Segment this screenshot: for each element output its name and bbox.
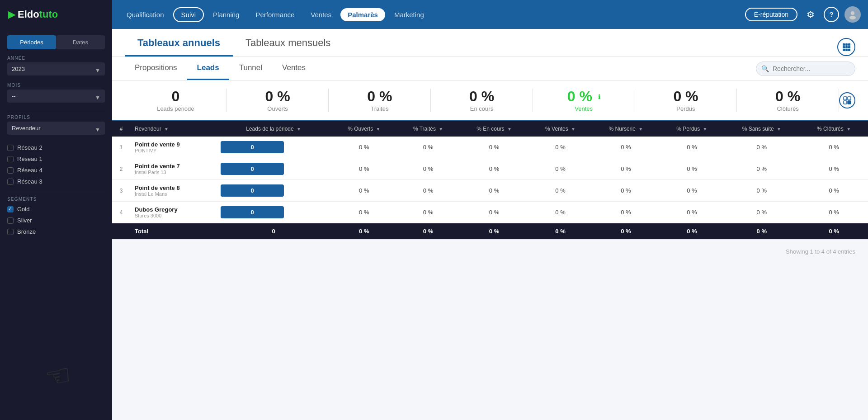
leads-bar: 0 [221, 163, 284, 175]
network-item-reseau3[interactable]: Réseau 3 [7, 176, 105, 187]
leads-table: # Revendeur ▼ Leads de la période ▼ % Ou… [112, 121, 868, 240]
reseau2-checkbox[interactable] [7, 145, 14, 151]
leads-bar: 0 [221, 141, 284, 153]
bronze-checkbox[interactable] [7, 229, 14, 235]
period-dates-toggle: Périodes Dates [7, 35, 105, 49]
logo-tuto: tuto [39, 9, 58, 20]
nav-items: Qualification Suivi Planning Performance… [112, 7, 745, 22]
total-pct-sans-suite: 0 % [723, 223, 800, 240]
col-pct-en-cours[interactable]: % En cours ▼ [459, 121, 529, 137]
reseau4-checkbox[interactable] [7, 167, 14, 174]
year-select[interactable]: 2023 [7, 62, 105, 76]
nav-item-suivi[interactable]: Suivi [173, 7, 204, 22]
svg-rect-5 [843, 46, 845, 48]
seller-sub: Instal Le Mans [135, 191, 212, 197]
segment-item-bronze[interactable]: Bronze [7, 226, 105, 237]
profile-select[interactable]: Revendeur [7, 122, 105, 135]
reseau1-label: Réseau 1 [17, 156, 42, 162]
nav-item-palmares[interactable]: Palmarès [340, 8, 385, 21]
row-pct-nurserie: 0 % [592, 158, 660, 180]
reseau3-checkbox[interactable] [7, 179, 14, 185]
main-content: Tableaux annuels Tableaux mensuels Propo… [112, 29, 868, 420]
stat-ventes-info-icon: ℹ [598, 94, 600, 100]
profile-select-wrap: Revendeur ▼ [7, 122, 105, 137]
bronze-label: Bronze [17, 228, 36, 235]
stat-clotures-value: 0 % [741, 89, 834, 104]
col-pct-ventes[interactable]: % Ventes ▼ [529, 121, 591, 137]
logo-eldo: Eldo [18, 9, 39, 20]
network-item-reseau4[interactable]: Réseau 4 [7, 165, 105, 176]
total-pct-perdus: 0 % [660, 223, 723, 240]
help-icon[interactable]: ? [824, 7, 839, 22]
nav-item-qualification[interactable]: Qualification [119, 8, 171, 21]
periodes-button[interactable]: Périodes [7, 35, 56, 49]
logo-area: ▶ Eldotuto [0, 0, 112, 29]
segment-item-silver[interactable]: Silver [7, 215, 105, 226]
seller-name: Dubos Gregory [135, 206, 212, 213]
reseau3-label: Réseau 3 [17, 178, 42, 185]
row-pct-clotures: 0 % [800, 137, 868, 158]
col-leads-periode[interactable]: Leads de la période ▼ [216, 121, 331, 137]
reseau1-checkbox[interactable] [7, 156, 14, 162]
col-pct-nurserie[interactable]: % Nurserie ▼ [592, 121, 660, 137]
nav-item-planning[interactable]: Planning [206, 8, 246, 21]
row-pct-ouverts: 0 % [331, 180, 397, 202]
col-pct-clotures[interactable]: % Clôturés ▼ [800, 121, 868, 137]
total-label: Total [130, 223, 216, 240]
table-row: 2 Point de vente 7 Instal Paris 13 0 0 %… [112, 158, 868, 180]
settings-icon[interactable]: ⚙ [803, 7, 818, 22]
month-select[interactable]: -- [7, 90, 105, 103]
seller-sub: Instal Paris 13 [135, 170, 212, 175]
total-empty [112, 223, 130, 240]
row-pct-nurserie: 0 % [592, 137, 660, 158]
logo-text: Eldotuto [18, 9, 58, 20]
search-icon: 🔍 [761, 65, 769, 72]
svg-rect-2 [843, 43, 845, 46]
gold-checkbox[interactable] [7, 206, 14, 212]
tab-tableaux-mensuels[interactable]: Tableaux mensuels [233, 37, 343, 57]
year-label: ANNÉE [7, 56, 105, 61]
row-pct-traites: 0 % [397, 137, 459, 158]
network-item-reseau2[interactable]: Réseau 2 [7, 142, 105, 153]
network-list: Réseau 2 Réseau 1 Réseau 4 Réseau 3 [7, 142, 105, 187]
col-pct-ouverts[interactable]: % Ouverts ▼ [331, 121, 397, 137]
apps-icon[interactable] [837, 38, 855, 56]
row-pct-ouverts: 0 % [331, 137, 397, 158]
nav-item-performance[interactable]: Performance [248, 8, 302, 21]
main-tabs-row: Tableaux annuels Tableaux mensuels [125, 37, 343, 57]
network-item-reseau1[interactable]: Réseau 1 [7, 153, 105, 165]
month-select-wrap: -- ▼ [7, 90, 105, 105]
row-leads: 0 [216, 158, 331, 180]
stat-traites: 0 % Traités [329, 89, 431, 112]
search-input[interactable] [756, 61, 855, 76]
sub-tab-ventes[interactable]: Ventes [272, 57, 316, 80]
segment-item-gold[interactable]: Gold [7, 203, 105, 215]
nav-item-ventes[interactable]: Ventes [303, 8, 339, 21]
dates-button[interactable]: Dates [56, 35, 105, 49]
total-pct-traites: 0 % [397, 223, 459, 240]
content-header: Tableaux annuels Tableaux mensuels [112, 29, 868, 57]
col-pct-perdus[interactable]: % Perdus ▼ [660, 121, 723, 137]
col-pct-traites[interactable]: % Traités ▼ [397, 121, 459, 137]
row-pct-en-cours: 0 % [459, 202, 529, 223]
row-leads: 0 [216, 137, 331, 158]
total-pct-ouverts: 0 % [331, 223, 397, 240]
table-view-toggle[interactable] [839, 92, 855, 109]
stat-actions [839, 92, 855, 109]
row-pct-traites: 0 % [397, 158, 459, 180]
data-table-wrap: # Revendeur ▼ Leads de la période ▼ % Ou… [112, 121, 868, 240]
leads-bar: 0 [221, 206, 284, 218]
col-pct-sans-suite[interactable]: % Sans suite ▼ [723, 121, 800, 137]
sub-tab-tunnel[interactable]: Tunnel [229, 57, 272, 80]
row-pct-sans-suite: 0 % [723, 202, 800, 223]
nav-item-marketing[interactable]: Marketing [387, 8, 431, 21]
avatar[interactable] [844, 6, 861, 23]
col-revendeur[interactable]: Revendeur ▼ [130, 121, 216, 137]
e-reputation-button[interactable]: E-réputation [745, 8, 797, 21]
tab-tableaux-annuels[interactable]: Tableaux annuels [125, 37, 233, 57]
sub-tab-propositions[interactable]: Propositions [125, 57, 187, 80]
sub-tab-leads[interactable]: Leads [187, 57, 229, 80]
silver-checkbox[interactable] [7, 217, 14, 224]
svg-rect-10 [848, 49, 850, 51]
row-seller: Point de vente 9 PONTIVY [130, 137, 216, 158]
